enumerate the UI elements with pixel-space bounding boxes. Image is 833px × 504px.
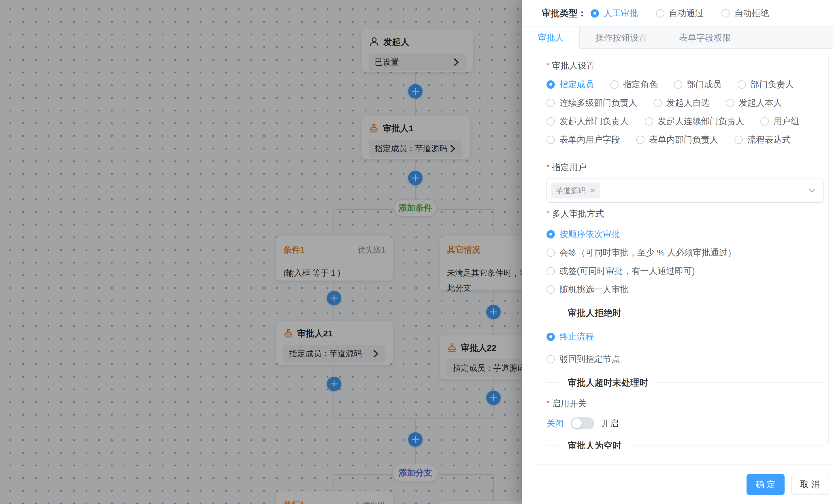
radio-dot bbox=[591, 9, 599, 18]
approval-type-label: 审批类型： bbox=[542, 7, 587, 19]
radio-process-expression[interactable]: 流程表达式 bbox=[734, 134, 791, 145]
switch-on-label: 开启 bbox=[601, 418, 619, 429]
scrollbar-track[interactable] bbox=[828, 56, 829, 443]
enable-switch-label: 启用开关 bbox=[547, 397, 823, 409]
timeout-enable-switch[interactable] bbox=[571, 417, 594, 429]
workflow-designer-screen: 发起人 已设置 审批人1 指定成员：芋道源码 添加条件 bbox=[0, 0, 833, 504]
tag-remove-icon[interactable]: ✕ bbox=[590, 187, 595, 194]
approval-settings-panel: 审批类型： 人工审批 自动通过 自动拒绝 审批人 操作按钮设置 表单字段权限 审… bbox=[522, 0, 833, 504]
radio-dot bbox=[547, 333, 555, 341]
tab-form-field-permission[interactable]: 表单字段权限 bbox=[664, 27, 747, 48]
reject-section-divider: 审批人拒绝时 bbox=[547, 307, 824, 320]
selected-user-tag: 芋道源码 ✕ bbox=[551, 183, 600, 198]
radio-user-group[interactable]: 用户组 bbox=[760, 116, 799, 126]
radio-dot bbox=[760, 117, 769, 126]
approval-type-row: 审批类型： 人工审批 自动通过 自动拒绝 bbox=[522, 0, 833, 26]
radio-dot bbox=[674, 80, 682, 89]
radio-dot bbox=[547, 230, 555, 238]
radio-dot bbox=[645, 117, 653, 126]
panel-footer: 确 定 取 消 bbox=[522, 464, 833, 504]
settings-tabs: 审批人 操作按钮设置 表单字段权限 bbox=[522, 26, 833, 49]
multi-mode-options: 按顺序依次审批 会签（可同时审批，至少 % 人必须审批通过） 或签(可同时审批，… bbox=[547, 229, 823, 303]
radio-dot bbox=[738, 80, 746, 89]
radio-random-one[interactable]: 随机挑选一人审批 bbox=[547, 284, 823, 295]
timeout-switch-row: 关闭 开启 bbox=[547, 415, 823, 431]
radio-form-dept-leader[interactable]: 表单内部门负责人 bbox=[636, 134, 718, 145]
radio-dot bbox=[610, 80, 619, 89]
radio-dept-member[interactable]: 部门成员 bbox=[674, 79, 721, 90]
switch-knob bbox=[572, 419, 582, 428]
radio-auto-reject[interactable]: 自动拒绝 bbox=[721, 7, 769, 19]
timeout-section-divider: 审批人超时未处理时 bbox=[547, 376, 824, 389]
radio-dot bbox=[547, 355, 555, 363]
radio-dept-leader[interactable]: 部门负责人 bbox=[738, 79, 794, 90]
radio-dot bbox=[653, 99, 662, 107]
radio-assign-role[interactable]: 指定角色 bbox=[610, 79, 658, 90]
radio-dot bbox=[636, 136, 644, 144]
radio-dot bbox=[547, 249, 555, 257]
confirm-button[interactable]: 确 定 bbox=[746, 474, 785, 495]
chevron-down-icon bbox=[808, 188, 816, 194]
radio-orsign[interactable]: 或签(可同时审批，有一人通过即可) bbox=[547, 266, 823, 276]
radio-dot bbox=[721, 9, 730, 18]
assign-user-label: 指定用户 bbox=[547, 161, 823, 173]
tab-approver[interactable]: 审批人 bbox=[522, 27, 580, 49]
approver-setting-options: 指定成员 指定角色 部门成员 部门负责人 连续多级部门负责人 发起人自选 发起人… bbox=[547, 79, 824, 145]
cancel-button[interactable]: 取 消 bbox=[791, 474, 828, 495]
radio-multi-level-dept-leader[interactable]: 连续多级部门负责人 bbox=[547, 98, 637, 108]
radio-terminate-process[interactable]: 终止流程 bbox=[547, 331, 823, 342]
radio-dot bbox=[734, 136, 743, 144]
radio-assign-member[interactable]: 指定成员 bbox=[547, 79, 594, 90]
approver-setting-label: 审批人设置 bbox=[547, 59, 823, 72]
radio-initiator-self[interactable]: 发起人本人 bbox=[726, 98, 782, 108]
radio-auto-approve[interactable]: 自动通过 bbox=[656, 7, 704, 19]
empty-approver-divider: 审批人为空时 bbox=[547, 439, 824, 449]
assign-user-select[interactable]: 芋道源码 ✕ bbox=[547, 179, 824, 203]
radio-manual-approval[interactable]: 人工审批 bbox=[591, 7, 638, 19]
radio-initiator-multi-dept-leader[interactable]: 发起人连续部门负责人 bbox=[645, 116, 744, 126]
settings-scroll-area[interactable]: 审批人设置 指定成员 指定角色 部门成员 部门负责人 连续多级部门负责人 发起人… bbox=[522, 49, 833, 449]
radio-dot bbox=[656, 9, 664, 18]
radio-dot bbox=[547, 285, 555, 294]
radio-countersign[interactable]: 会签（可同时审批，至少 % 人必须审批通过） bbox=[547, 247, 823, 258]
radio-initiator-choose[interactable]: 发起人自选 bbox=[653, 98, 710, 108]
multi-mode-label: 多人审批方式 bbox=[547, 207, 823, 220]
radio-form-user-field[interactable]: 表单内用户字段 bbox=[547, 134, 620, 145]
radio-dot bbox=[726, 99, 734, 107]
radio-dot bbox=[547, 136, 555, 144]
tab-action-buttons[interactable]: 操作按钮设置 bbox=[580, 27, 664, 48]
radio-dot bbox=[547, 267, 555, 275]
radio-initiator-dept-leader[interactable]: 发起人部门负责人 bbox=[547, 116, 629, 126]
radio-dot bbox=[547, 80, 555, 89]
radio-dot bbox=[547, 117, 555, 126]
switch-off-label: 关闭 bbox=[547, 418, 564, 429]
radio-sequential-approval[interactable]: 按顺序依次审批 bbox=[547, 229, 823, 239]
radio-dot bbox=[547, 99, 555, 107]
radio-return-to-node[interactable]: 驳回到指定节点 bbox=[547, 354, 823, 364]
